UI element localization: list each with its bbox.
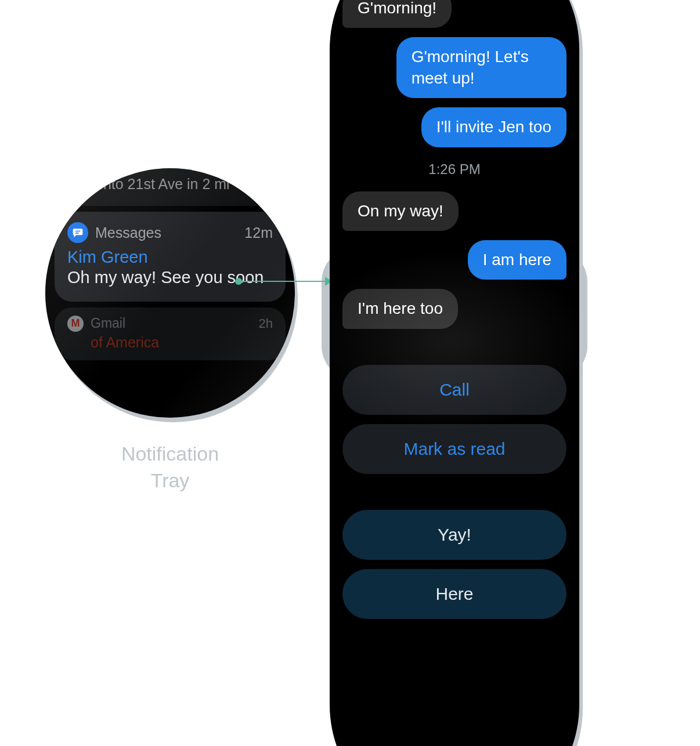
messages-app-name: Messages [95, 224, 161, 241]
chat-timestamp: 1:26 PM [428, 161, 480, 178]
caption-line1: Notification [121, 443, 219, 465]
chat-bubble-received[interactable]: On my way! [342, 191, 459, 231]
maps-direction-detail: onto 21st Ave in 2 mi [95, 175, 273, 194]
notification-tray-watch: rn right onto 21st Ave in 2 mi Messages … [45, 168, 295, 418]
chat-bubble-received[interactable]: G'morning! [342, 0, 452, 28]
caption-line2: Tray [151, 469, 190, 491]
messages-time: 12m [244, 224, 273, 241]
action-mark-read-button[interactable]: Mark as read [342, 424, 567, 474]
notification-maps[interactable]: rn right onto 21st Ave in 2 mi [55, 168, 286, 206]
tray-caption: Notification Tray [52, 441, 288, 494]
connector-line [238, 281, 328, 282]
messages-app-icon [67, 222, 88, 243]
chat-bubble-sent[interactable]: G'morning! Let's meet up! [396, 37, 567, 98]
chat-bubble-received[interactable]: I'm here too [342, 289, 458, 328]
messages-contact-name: Kim Green [67, 248, 273, 267]
gmail-app-name: Gmail [91, 316, 125, 331]
notification-messages[interactable]: Messages 12m Kim Green Oh my way! See yo… [55, 212, 286, 302]
gmail-app-icon: M [67, 316, 84, 332]
gmail-time: 2h [259, 316, 273, 331]
notification-gmail[interactable]: M Gmail 2h of America [55, 307, 286, 360]
watch-face: rn right onto 21st Ave in 2 mi Messages … [45, 168, 295, 418]
messages-detail-strip[interactable]: G'morning! G'morning! Let's meet up! I'l… [330, 0, 579, 746]
chat-bubble-sent[interactable]: I'll invite Jen too [421, 107, 567, 147]
action-call-button[interactable]: Call [342, 365, 567, 415]
quick-reply-button[interactable]: Yay! [342, 510, 567, 560]
maps-direction-title: rn right [95, 168, 273, 175]
gmail-subject-fragment: of America [91, 334, 273, 351]
messages-scroll[interactable]: G'morning! G'morning! Let's meet up! I'l… [330, 0, 579, 746]
chat-bubble-sent[interactable]: I am here [468, 240, 567, 280]
quick-reply-button[interactable]: Here [342, 569, 567, 619]
messages-preview-body: Oh my way! See you soon [67, 267, 273, 289]
